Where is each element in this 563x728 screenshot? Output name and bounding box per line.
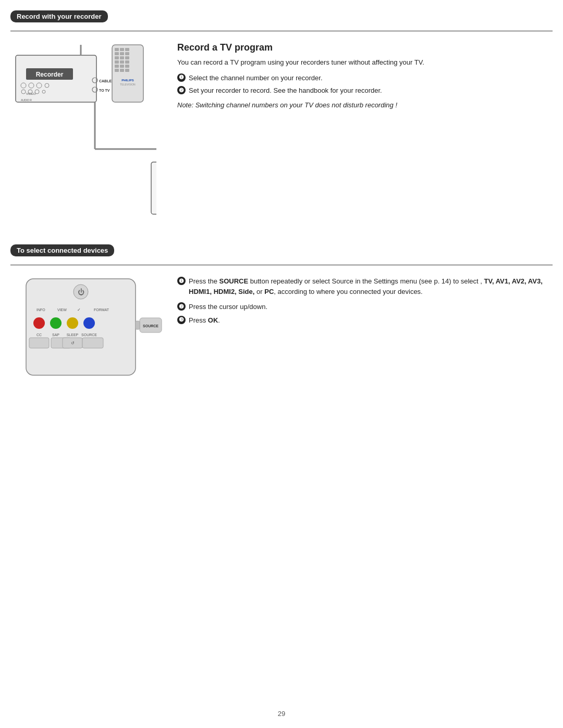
section1-diagram: Recorder VIDEO AUDIO R CABLE OR ANTENNA … xyxy=(10,40,167,239)
record-step-2: ❷ Set your recorder to record. See the h… xyxy=(177,85,553,96)
record-steps: ❶ Select the channel number on your reco… xyxy=(177,73,553,96)
svg-point-59 xyxy=(33,317,45,329)
svg-rect-30 xyxy=(115,65,119,68)
section1-header: Record with your recorder xyxy=(10,10,108,22)
svg-text:✓: ✓ xyxy=(77,307,81,312)
svg-rect-34 xyxy=(120,69,124,72)
svg-text:TO TV: TO TV xyxy=(99,89,110,92)
select-step-2: ❷ Press the cursor up/down. xyxy=(177,302,553,312)
svg-rect-42 xyxy=(151,162,156,214)
section2-divider xyxy=(10,265,553,265)
recorder-diagram-svg: Recorder VIDEO AUDIO R CABLE OR ANTENNA … xyxy=(10,40,156,238)
section2-diagram: ⏻ INFO VIEW ✓ FORMAT CC SAP SLEEP SOURCE xyxy=(10,274,167,390)
svg-point-60 xyxy=(50,317,62,329)
svg-rect-67 xyxy=(29,338,49,348)
svg-rect-29 xyxy=(125,60,129,64)
svg-text:SOURCE: SOURCE xyxy=(143,324,158,328)
svg-point-62 xyxy=(83,317,95,329)
svg-rect-33 xyxy=(115,69,119,72)
record-step-1-text: Select the channel number on your record… xyxy=(189,73,323,83)
select-step-3: ❸ Press OK. xyxy=(177,315,553,326)
select-step-1-text: Press the SOURCE button repeatedly or se… xyxy=(189,276,553,297)
svg-rect-20 xyxy=(125,48,129,51)
record-title: Record a TV program xyxy=(177,42,553,53)
svg-text:AUDIO R: AUDIO R xyxy=(21,98,32,102)
section1-divider xyxy=(10,31,553,31)
svg-text:VIEW: VIEW xyxy=(57,308,67,312)
svg-text:SAP: SAP xyxy=(52,333,59,337)
svg-rect-25 xyxy=(120,56,124,59)
svg-rect-22 xyxy=(120,52,124,55)
record-step-1: ❶ Select the channel number on your reco… xyxy=(177,73,553,83)
section1-text: Record a TV program You can record a TV … xyxy=(177,40,553,239)
svg-rect-27 xyxy=(115,60,119,64)
svg-rect-21 xyxy=(115,52,119,55)
svg-rect-18 xyxy=(115,48,119,51)
record-step-2-text: Set your recorder to record. See the han… xyxy=(189,85,382,96)
svg-text:↺: ↺ xyxy=(71,341,75,346)
remote-diagram-svg: ⏻ INFO VIEW ✓ FORMAT CC SAP SLEEP SOURCE xyxy=(10,274,167,388)
record-note: Note: Switching channel numbers on your … xyxy=(177,100,553,110)
svg-rect-28 xyxy=(120,60,124,64)
section2-content: ⏻ INFO VIEW ✓ FORMAT CC SAP SLEEP SOURCE xyxy=(10,274,553,390)
svg-rect-74 xyxy=(136,321,140,329)
svg-text:Recorder: Recorder xyxy=(36,71,64,78)
select-step-3-text: Press OK. xyxy=(189,315,220,326)
svg-rect-24 xyxy=(115,56,119,59)
section2-text: ❶ Press the SOURCE button repeatedly or … xyxy=(177,274,553,390)
section2-header: To select connected devices xyxy=(10,244,114,256)
select-step-1: ❶ Press the SOURCE button repeatedly or … xyxy=(177,276,553,297)
select-step-num-1: ❶ xyxy=(177,277,186,285)
svg-point-61 xyxy=(67,317,78,329)
svg-rect-19 xyxy=(120,48,124,51)
section1-content: Recorder VIDEO AUDIO R CABLE OR ANTENNA … xyxy=(10,40,553,239)
record-intro: You can record a TV program using your r… xyxy=(177,57,553,68)
svg-rect-32 xyxy=(125,65,129,68)
svg-text:CC: CC xyxy=(36,333,42,337)
svg-text:SOURCE: SOURCE xyxy=(81,333,97,337)
page-number: 29 xyxy=(278,710,285,718)
step-num-2: ❷ xyxy=(177,86,186,94)
svg-rect-71 xyxy=(82,338,103,348)
select-steps: ❶ Press the SOURCE button repeatedly or … xyxy=(177,276,553,325)
select-step-num-3: ❸ xyxy=(177,316,186,324)
select-step-2-text: Press the cursor up/down. xyxy=(189,302,267,312)
svg-rect-35 xyxy=(125,69,129,72)
select-step-num-2: ❷ xyxy=(177,302,186,311)
svg-rect-31 xyxy=(120,65,124,68)
svg-text:INFO: INFO xyxy=(36,308,45,312)
svg-text:⏻: ⏻ xyxy=(78,288,84,296)
svg-text:TELEVISION: TELEVISION xyxy=(120,83,136,86)
svg-rect-23 xyxy=(125,52,129,55)
step-num-1: ❶ xyxy=(177,73,186,82)
svg-text:FORMAT: FORMAT xyxy=(94,308,109,312)
svg-text:PHILIPS: PHILIPS xyxy=(121,79,133,82)
svg-text:SLEEP: SLEEP xyxy=(67,333,79,337)
svg-rect-26 xyxy=(125,56,129,59)
